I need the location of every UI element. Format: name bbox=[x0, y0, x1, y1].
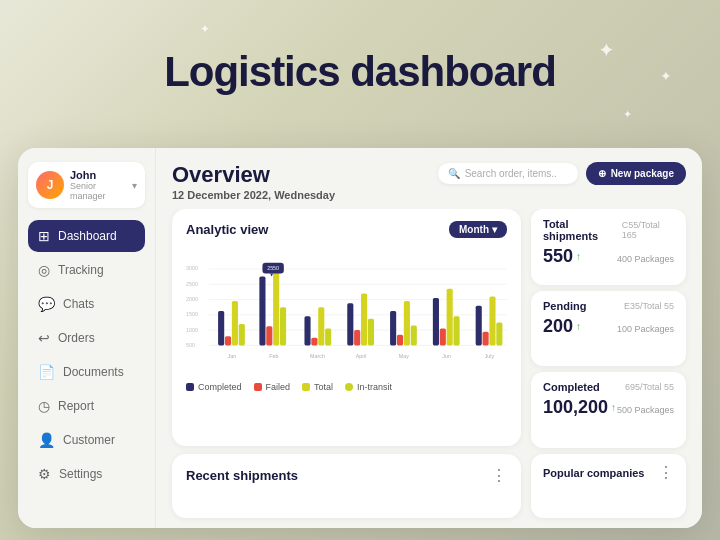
svg-rect-16 bbox=[259, 277, 265, 346]
dashboard-icon: ⊞ bbox=[38, 228, 50, 244]
legend-completed: Completed bbox=[186, 382, 242, 392]
sidebar-item-orders[interactable]: ↩ Orders bbox=[28, 322, 145, 354]
sidebar-item-documents[interactable]: 📄 Documents bbox=[28, 356, 145, 388]
chart-container: 3000 2500 2000 1500 1000 500 bbox=[186, 246, 507, 376]
svg-rect-33 bbox=[404, 301, 410, 345]
stat-packages: 500 Packages bbox=[617, 405, 674, 415]
svg-text:Jun: Jun bbox=[442, 353, 451, 359]
sidebar-item-customer[interactable]: 👤 Customer bbox=[28, 424, 145, 456]
svg-rect-39 bbox=[476, 306, 482, 346]
svg-rect-29 bbox=[361, 293, 367, 345]
sidebar: J John Senior manager ▾ ⊞ Dashboard ◎ Tr… bbox=[18, 148, 156, 528]
svg-text:2000: 2000 bbox=[186, 296, 198, 302]
sidebar-item-label: Settings bbox=[59, 467, 102, 481]
main-header: Overview 12 December 2022, Wednesday 🔍 S… bbox=[156, 148, 702, 209]
stat-packages: 100 Packages bbox=[617, 324, 674, 334]
stat-pending: Pending E35/Total 55 200 ↑ 100 Packages bbox=[531, 291, 686, 367]
plus-icon: ⊕ bbox=[598, 168, 606, 179]
svg-text:3000: 3000 bbox=[186, 265, 198, 271]
recent-shipments-card: Recent shipments ⋮ bbox=[172, 454, 521, 518]
svg-rect-17 bbox=[266, 326, 272, 345]
chats-icon: 💬 bbox=[38, 296, 55, 312]
svg-rect-15 bbox=[239, 324, 245, 345]
svg-marker-22 bbox=[270, 274, 273, 277]
sidebar-item-settings[interactable]: ⚙ Settings bbox=[28, 458, 145, 490]
svg-rect-32 bbox=[397, 335, 403, 346]
svg-rect-28 bbox=[354, 330, 360, 345]
svg-rect-24 bbox=[311, 338, 317, 346]
legend-failed: Failed bbox=[254, 382, 291, 392]
svg-rect-26 bbox=[325, 329, 331, 346]
legend-intransit: In-transit bbox=[345, 382, 392, 392]
stat-label: Total shipments bbox=[543, 218, 622, 242]
sidebar-item-label: Orders bbox=[58, 331, 95, 345]
chart-legend: Completed Failed Total In-transit bbox=[186, 382, 507, 392]
svg-text:April: April bbox=[356, 353, 367, 359]
stat-packages: 400 Packages bbox=[617, 254, 674, 264]
svg-text:March: March bbox=[310, 353, 325, 359]
svg-rect-12 bbox=[218, 311, 224, 345]
stat-completed: Completed 695/Total 55 100,200 ↑ 500 Pac… bbox=[531, 372, 686, 448]
bar-chart: 3000 2500 2000 1500 1000 500 bbox=[186, 246, 507, 376]
analytic-header: Analytic view Month ▾ bbox=[186, 221, 507, 238]
stat-header: Total shipments C55/Total 165 bbox=[543, 218, 674, 242]
recent-shipments-title: Recent shipments bbox=[186, 468, 298, 483]
new-package-button[interactable]: ⊕ New package bbox=[586, 162, 686, 185]
sparkle-icon: ✦ bbox=[200, 22, 210, 36]
sparkle-icon: ✦ bbox=[598, 38, 615, 62]
tracking-icon: ◎ bbox=[38, 262, 50, 278]
svg-text:Feb: Feb bbox=[269, 353, 278, 359]
popular-companies-title: Popular companies bbox=[543, 467, 644, 479]
overview-section: Overview 12 December 2022, Wednesday bbox=[172, 162, 335, 201]
sidebar-item-chats[interactable]: 💬 Chats bbox=[28, 288, 145, 320]
sidebar-item-label: Dashboard bbox=[58, 229, 117, 243]
stat-value-row: 100,200 ↑ 500 Packages bbox=[543, 397, 674, 418]
sidebar-item-label: Documents bbox=[63, 365, 124, 379]
sparkle-icon: ✦ bbox=[623, 108, 632, 121]
svg-text:500: 500 bbox=[186, 342, 195, 348]
sidebar-item-report[interactable]: ◷ Report bbox=[28, 390, 145, 422]
svg-rect-38 bbox=[454, 316, 460, 345]
svg-rect-36 bbox=[440, 329, 446, 346]
sidebar-item-label: Chats bbox=[63, 297, 94, 311]
avatar: J bbox=[36, 171, 64, 199]
svg-rect-37 bbox=[447, 289, 453, 346]
sidebar-item-tracking[interactable]: ◎ Tracking bbox=[28, 254, 145, 286]
svg-text:Jan: Jan bbox=[228, 353, 237, 359]
svg-rect-18 bbox=[273, 269, 279, 345]
svg-text:1000: 1000 bbox=[186, 327, 198, 333]
analytic-title: Analytic view bbox=[186, 222, 268, 237]
dashboard-card: J John Senior manager ▾ ⊞ Dashboard ◎ Tr… bbox=[18, 148, 702, 528]
period-selector[interactable]: Month ▾ bbox=[449, 221, 507, 238]
stat-value-row: 550 ↑ 400 Packages bbox=[543, 246, 674, 267]
svg-rect-25 bbox=[318, 307, 324, 345]
recent-shipments-header: Recent shipments ⋮ bbox=[186, 466, 507, 485]
stat-header: Pending E35/Total 55 bbox=[543, 300, 674, 312]
svg-rect-40 bbox=[483, 332, 489, 346]
page-title: Logistics dashboard bbox=[164, 48, 556, 96]
legend-completed-label: Completed bbox=[198, 382, 242, 392]
overview-date: 12 December 2022, Wednesday bbox=[172, 189, 335, 201]
stat-value-row: 200 ↑ 100 Packages bbox=[543, 316, 674, 337]
stat-value: 100,200 ↑ bbox=[543, 397, 616, 418]
user-card[interactable]: J John Senior manager ▾ bbox=[28, 162, 145, 208]
search-box[interactable]: 🔍 Search order, items.. bbox=[438, 163, 578, 184]
documents-icon: 📄 bbox=[38, 364, 55, 380]
body-area: Analytic view Month ▾ 3000 2500 2000 bbox=[156, 209, 702, 528]
popular-companies-header: Popular companies ⋮ bbox=[543, 463, 674, 482]
analytic-card: Analytic view Month ▾ 3000 2500 2000 bbox=[172, 209, 521, 446]
total-color bbox=[302, 383, 310, 391]
svg-rect-19 bbox=[280, 307, 286, 345]
popular-companies-card: Popular companies ⋮ bbox=[531, 454, 686, 518]
more-options-button[interactable]: ⋮ bbox=[658, 463, 674, 482]
chevron-down-icon: ▾ bbox=[492, 224, 497, 235]
more-options-button[interactable]: ⋮ bbox=[491, 466, 507, 485]
svg-rect-13 bbox=[225, 336, 231, 345]
stat-header: Completed 695/Total 55 bbox=[543, 381, 674, 393]
failed-color bbox=[254, 383, 262, 391]
sidebar-item-label: Tracking bbox=[58, 263, 104, 277]
svg-text:July: July bbox=[485, 353, 495, 359]
sidebar-item-dashboard[interactable]: ⊞ Dashboard bbox=[28, 220, 145, 252]
svg-rect-34 bbox=[411, 326, 417, 346]
chevron-down-icon: ▾ bbox=[132, 180, 137, 191]
